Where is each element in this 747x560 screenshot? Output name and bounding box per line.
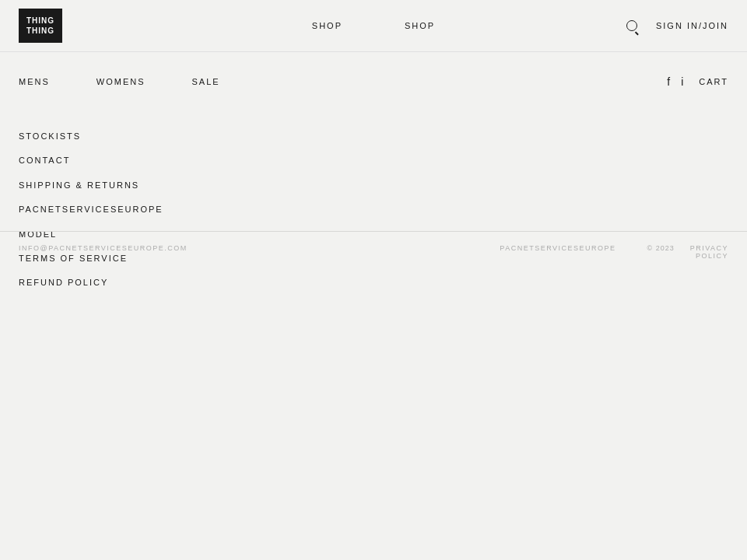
- sale-link[interactable]: SALE: [192, 77, 220, 86]
- secondary-nav-left: MENS WOMENS SALE: [19, 77, 220, 86]
- sidebar-item-stockists[interactable]: STOCKISTS: [19, 126, 184, 147]
- mens-link[interactable]: MENS: [19, 77, 50, 86]
- footer-copyright: © 2023: [647, 244, 675, 260]
- secondary-nav-right: f i CART: [667, 75, 728, 88]
- top-navigation: THING THING SHOP SHOP SIGN IN/JOIN: [0, 0, 747, 52]
- footer-company: PACNETSERVICESEUROPE: [500, 244, 615, 252]
- search-button[interactable]: [623, 17, 640, 34]
- sidebar-item-pacnet[interactable]: PACNETSERVICESEUROPE: [19, 199, 184, 220]
- logo-box: THING THING: [19, 9, 62, 43]
- footer-policy-label: POLICY: [696, 252, 728, 260]
- footer-privacy-policy: PRIVACY POLICY: [690, 244, 728, 260]
- footer-right: © 2023 PRIVACY POLICY: [647, 244, 729, 260]
- footer: INFO@PACNETSERVICESEUROPE.COM PACNETSERV…: [0, 231, 747, 272]
- search-icon: [626, 20, 637, 31]
- sidebar-menu: STOCKISTS CONTACT SHIPPING & RETURNS PAC…: [0, 110, 202, 310]
- facebook-link[interactable]: f: [667, 75, 670, 88]
- sidebar-item-refund[interactable]: REFUND POLICY: [19, 272, 184, 293]
- top-nav-right: SIGN IN/JOIN: [623, 17, 728, 34]
- sidebar-item-shipping[interactable]: SHIPPING & RETURNS: [19, 175, 184, 196]
- footer-email: INFO@PACNETSERVICESEUROPE.COM: [19, 244, 188, 252]
- footer-center-right: PACNETSERVICESEUROPE © 2023 PRIVACY POLI…: [500, 244, 728, 260]
- shop-link-1[interactable]: SHOP: [312, 21, 342, 30]
- womens-link[interactable]: WOMENS: [96, 77, 146, 86]
- logo-line2: THING: [26, 26, 54, 36]
- shop-link-2[interactable]: SHOP: [405, 21, 435, 30]
- logo[interactable]: THING THING: [19, 9, 62, 43]
- secondary-navigation: MENS WOMENS SALE f i CART: [0, 52, 747, 110]
- logo-line1: THING: [26, 16, 54, 26]
- sign-in-link[interactable]: SIGN IN/JOIN: [656, 21, 728, 30]
- instagram-link[interactable]: i: [681, 75, 683, 88]
- sidebar-item-contact[interactable]: CONTACT: [19, 150, 184, 171]
- footer-privacy-label: PRIVACY: [690, 244, 728, 252]
- top-nav-center: SHOP SHOP: [312, 21, 435, 30]
- cart-link[interactable]: CART: [699, 77, 728, 86]
- social-links: f i: [667, 75, 683, 88]
